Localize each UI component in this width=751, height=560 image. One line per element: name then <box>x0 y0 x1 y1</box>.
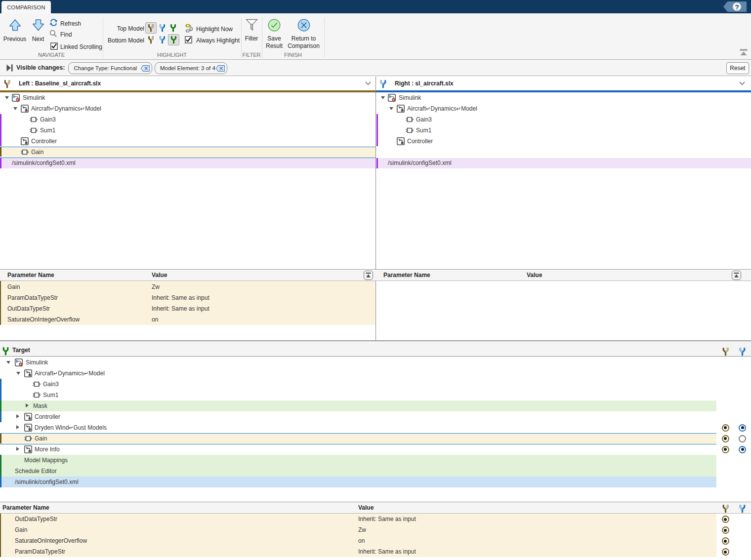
svg-text:?: ? <box>735 3 739 11</box>
